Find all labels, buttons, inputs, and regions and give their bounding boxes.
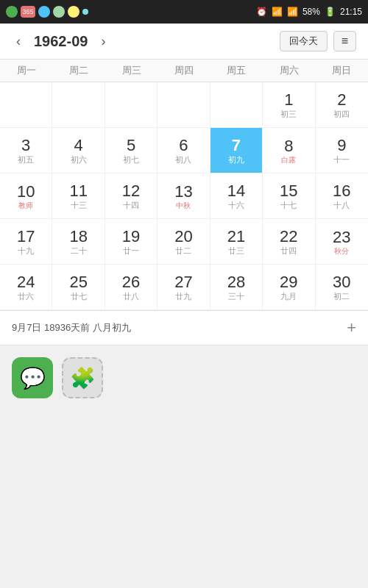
- day-cell[interactable]: 14十六: [210, 173, 263, 219]
- calendar-grid: 1初三2初四3初五4初六5初七6初八7初九8白露9十一10教师11十三12十四1…: [0, 82, 368, 310]
- day-cell[interactable]: 2初四: [316, 82, 368, 128]
- day-number: 12: [122, 182, 140, 201]
- day-lunar: 初二: [333, 292, 350, 301]
- day-number: 23: [333, 228, 350, 247]
- calendar-container: ‹ 1962-09 › 回今天 ≡ 周一周二周三周四周五周六周日 1初三2初四3…: [0, 24, 368, 345]
- day-cell[interactable]: 3初五: [0, 128, 52, 173]
- day-lunar: 十六: [228, 201, 244, 210]
- wechat-app-icon[interactable]: 💬: [12, 357, 53, 398]
- day-cell[interactable]: 17十九: [0, 219, 52, 265]
- day-number: 13: [174, 182, 192, 201]
- day-lunar: 白露: [281, 156, 296, 164]
- day-lunar: 十四: [123, 201, 139, 210]
- day-lunar: 秋分: [334, 247, 349, 255]
- day-number: 4: [74, 136, 83, 155]
- day-number: 6: [179, 136, 188, 155]
- next-month-button[interactable]: ›: [96, 32, 110, 51]
- day-cell[interactable]: 18二十: [52, 219, 105, 265]
- day-cell[interactable]: 25廿七: [52, 265, 105, 310]
- month-nav: ‹ 1962-09 ›: [12, 32, 110, 51]
- day-cell[interactable]: 16十八: [316, 173, 368, 219]
- weekday-label: 周二: [52, 60, 105, 82]
- day-number: 19: [122, 227, 140, 246]
- day-cell[interactable]: 15十七: [263, 173, 315, 219]
- day-cell[interactable]: 21廿三: [210, 219, 263, 265]
- day-lunar: 十九: [18, 246, 34, 256]
- header-right: 回今天 ≡: [280, 31, 356, 51]
- day-cell[interactable]: 12十四: [105, 173, 158, 219]
- weekday-label: 周日: [316, 60, 368, 82]
- today-button[interactable]: 回今天: [280, 31, 328, 51]
- day-number: 27: [174, 273, 192, 292]
- info-bar: 9月7日 18936天前 八月初九 +: [0, 310, 368, 345]
- day-number: 3: [21, 136, 30, 155]
- day-cell[interactable]: 29九月: [263, 265, 315, 310]
- day-cell[interactable]: 6初八: [158, 128, 210, 173]
- day-cell[interactable]: 8白露: [263, 128, 315, 173]
- battery-icon: 🔋: [325, 7, 336, 17]
- app-icon-4: [68, 6, 79, 18]
- day-cell[interactable]: 10教师: [0, 173, 52, 219]
- day-lunar: 廿六: [18, 292, 34, 301]
- day-number: 9: [337, 136, 346, 155]
- day-number: 21: [227, 227, 245, 246]
- day-cell[interactable]: 5初七: [105, 128, 158, 173]
- day-cell[interactable]: 30初二: [316, 265, 368, 310]
- menu-button[interactable]: ≡: [333, 31, 356, 51]
- puzzle-app-icon[interactable]: 🧩: [62, 357, 103, 398]
- day-lunar: 廿三: [228, 246, 244, 256]
- app-icon-1: [6, 6, 18, 18]
- add-event-button[interactable]: +: [347, 318, 356, 337]
- month-title: 1962-09: [34, 33, 88, 50]
- day-cell[interactable]: 4初六: [52, 128, 105, 173]
- day-number: 10: [17, 182, 35, 201]
- day-number: 7: [232, 136, 241, 155]
- app-icon-3: [53, 6, 65, 18]
- battery-text: 58%: [302, 7, 320, 17]
- day-number: 26: [122, 273, 140, 292]
- day-number: 29: [280, 273, 297, 292]
- day-cell[interactable]: 19廿一: [105, 219, 158, 265]
- weekday-label: 周六: [263, 60, 315, 82]
- weekday-label: 周一: [0, 60, 52, 82]
- day-lunar: 九月: [280, 292, 297, 301]
- info-text: 9月7日 18936天前 八月初九: [12, 321, 131, 334]
- day-cell[interactable]: 22廿四: [263, 219, 315, 265]
- day-cell[interactable]: 24廿六: [0, 265, 52, 310]
- day-number: 14: [227, 182, 245, 201]
- day-lunar: 初四: [333, 110, 350, 119]
- day-cell[interactable]: 9十一: [316, 128, 368, 173]
- prev-month-button[interactable]: ‹: [12, 32, 25, 51]
- day-lunar: 十八: [333, 201, 350, 210]
- day-cell[interactable]: 27廿九: [158, 265, 210, 310]
- day-number: 2: [337, 90, 346, 110]
- empty-day-cell: [105, 82, 158, 128]
- day-cell[interactable]: 23秋分: [316, 219, 368, 265]
- day-lunar: 廿四: [280, 246, 297, 256]
- day-number: 20: [174, 227, 192, 246]
- day-cell[interactable]: 26廿八: [105, 265, 158, 310]
- day-cell[interactable]: 1初三: [263, 82, 315, 128]
- day-cell[interactable]: 11十三: [52, 173, 105, 219]
- day-number: 28: [227, 273, 245, 292]
- day-number: 16: [333, 182, 350, 201]
- day-number: 22: [280, 227, 297, 246]
- weekday-row: 周一周二周三周四周五周六周日: [0, 60, 368, 82]
- day-lunar: 初七: [123, 155, 139, 165]
- day-lunar: 廿九: [175, 292, 191, 301]
- day-cell[interactable]: 20廿二: [158, 219, 210, 265]
- day-number: 5: [127, 136, 135, 155]
- day-lunar: 十一: [333, 155, 350, 165]
- day-cell[interactable]: 7初九: [210, 128, 263, 173]
- app-icon-2: [38, 6, 50, 18]
- status-right: ⏰ 📶 📶 58% 🔋 21:15: [256, 7, 362, 17]
- day-lunar: 廿二: [175, 246, 191, 256]
- signal-icon: 📶: [287, 7, 298, 17]
- day-cell[interactable]: 28三十: [210, 265, 263, 310]
- day-number: 15: [280, 182, 297, 201]
- day-number: 11: [69, 182, 87, 201]
- day-lunar: 廿八: [123, 292, 139, 301]
- day-cell[interactable]: 13中秋: [158, 173, 210, 219]
- empty-day-cell: [158, 82, 210, 128]
- weekday-label: 周五: [210, 60, 263, 82]
